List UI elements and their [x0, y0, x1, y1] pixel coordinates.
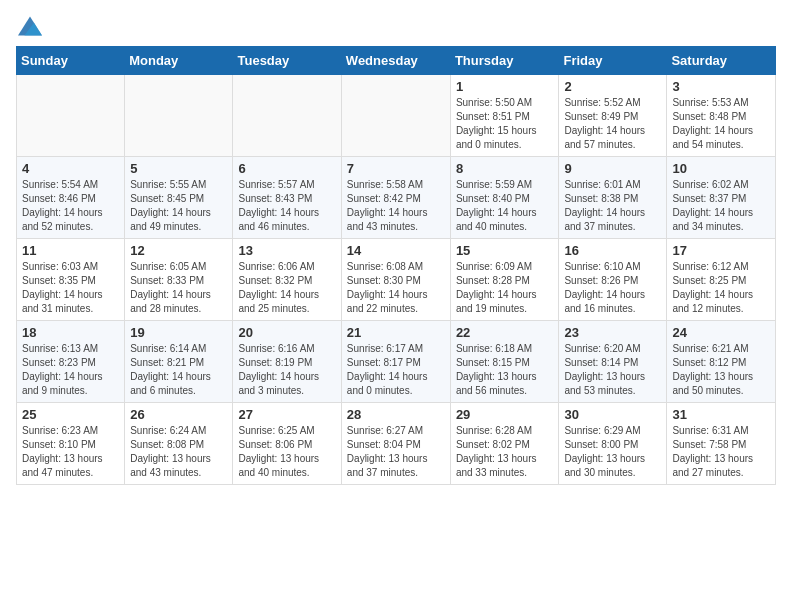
day-number: 25	[22, 407, 119, 422]
day-number: 2	[564, 79, 661, 94]
calendar-week-row: 25Sunrise: 6:23 AM Sunset: 8:10 PM Dayli…	[17, 403, 776, 485]
calendar-table: SundayMondayTuesdayWednesdayThursdayFrid…	[16, 46, 776, 485]
day-info: Sunrise: 5:52 AM Sunset: 8:49 PM Dayligh…	[564, 96, 661, 152]
day-number: 21	[347, 325, 445, 340]
calendar-cell: 7Sunrise: 5:58 AM Sunset: 8:42 PM Daylig…	[341, 157, 450, 239]
page-header	[16, 16, 776, 36]
day-info: Sunrise: 6:02 AM Sunset: 8:37 PM Dayligh…	[672, 178, 770, 234]
calendar-cell: 12Sunrise: 6:05 AM Sunset: 8:33 PM Dayli…	[125, 239, 233, 321]
day-info: Sunrise: 6:25 AM Sunset: 8:06 PM Dayligh…	[238, 424, 335, 480]
calendar-cell: 8Sunrise: 5:59 AM Sunset: 8:40 PM Daylig…	[450, 157, 559, 239]
calendar-cell: 27Sunrise: 6:25 AM Sunset: 8:06 PM Dayli…	[233, 403, 341, 485]
day-header-friday: Friday	[559, 47, 667, 75]
day-info: Sunrise: 6:14 AM Sunset: 8:21 PM Dayligh…	[130, 342, 227, 398]
day-number: 16	[564, 243, 661, 258]
day-info: Sunrise: 6:20 AM Sunset: 8:14 PM Dayligh…	[564, 342, 661, 398]
calendar-header-row: SundayMondayTuesdayWednesdayThursdayFrid…	[17, 47, 776, 75]
day-header-thursday: Thursday	[450, 47, 559, 75]
day-number: 23	[564, 325, 661, 340]
day-number: 6	[238, 161, 335, 176]
day-info: Sunrise: 6:27 AM Sunset: 8:04 PM Dayligh…	[347, 424, 445, 480]
day-info: Sunrise: 5:55 AM Sunset: 8:45 PM Dayligh…	[130, 178, 227, 234]
day-info: Sunrise: 6:17 AM Sunset: 8:17 PM Dayligh…	[347, 342, 445, 398]
calendar-cell: 26Sunrise: 6:24 AM Sunset: 8:08 PM Dayli…	[125, 403, 233, 485]
day-number: 28	[347, 407, 445, 422]
day-number: 3	[672, 79, 770, 94]
calendar-cell: 22Sunrise: 6:18 AM Sunset: 8:15 PM Dayli…	[450, 321, 559, 403]
logo	[16, 16, 42, 36]
day-number: 29	[456, 407, 554, 422]
day-number: 20	[238, 325, 335, 340]
day-info: Sunrise: 6:10 AM Sunset: 8:26 PM Dayligh…	[564, 260, 661, 316]
calendar-cell: 25Sunrise: 6:23 AM Sunset: 8:10 PM Dayli…	[17, 403, 125, 485]
calendar-cell	[125, 75, 233, 157]
day-header-saturday: Saturday	[667, 47, 776, 75]
day-header-tuesday: Tuesday	[233, 47, 341, 75]
day-number: 11	[22, 243, 119, 258]
day-info: Sunrise: 6:01 AM Sunset: 8:38 PM Dayligh…	[564, 178, 661, 234]
calendar-cell: 23Sunrise: 6:20 AM Sunset: 8:14 PM Dayli…	[559, 321, 667, 403]
day-number: 22	[456, 325, 554, 340]
calendar-cell: 28Sunrise: 6:27 AM Sunset: 8:04 PM Dayli…	[341, 403, 450, 485]
calendar-cell: 18Sunrise: 6:13 AM Sunset: 8:23 PM Dayli…	[17, 321, 125, 403]
logo-icon	[18, 16, 42, 36]
calendar-cell: 2Sunrise: 5:52 AM Sunset: 8:49 PM Daylig…	[559, 75, 667, 157]
day-number: 7	[347, 161, 445, 176]
calendar-cell: 14Sunrise: 6:08 AM Sunset: 8:30 PM Dayli…	[341, 239, 450, 321]
day-info: Sunrise: 5:54 AM Sunset: 8:46 PM Dayligh…	[22, 178, 119, 234]
day-info: Sunrise: 6:18 AM Sunset: 8:15 PM Dayligh…	[456, 342, 554, 398]
day-number: 4	[22, 161, 119, 176]
day-number: 13	[238, 243, 335, 258]
day-number: 9	[564, 161, 661, 176]
day-info: Sunrise: 5:58 AM Sunset: 8:42 PM Dayligh…	[347, 178, 445, 234]
day-info: Sunrise: 6:12 AM Sunset: 8:25 PM Dayligh…	[672, 260, 770, 316]
calendar-cell: 31Sunrise: 6:31 AM Sunset: 7:58 PM Dayli…	[667, 403, 776, 485]
day-info: Sunrise: 6:21 AM Sunset: 8:12 PM Dayligh…	[672, 342, 770, 398]
day-info: Sunrise: 6:13 AM Sunset: 8:23 PM Dayligh…	[22, 342, 119, 398]
day-info: Sunrise: 6:05 AM Sunset: 8:33 PM Dayligh…	[130, 260, 227, 316]
calendar-week-row: 11Sunrise: 6:03 AM Sunset: 8:35 PM Dayli…	[17, 239, 776, 321]
calendar-cell: 9Sunrise: 6:01 AM Sunset: 8:38 PM Daylig…	[559, 157, 667, 239]
calendar-cell: 17Sunrise: 6:12 AM Sunset: 8:25 PM Dayli…	[667, 239, 776, 321]
day-info: Sunrise: 5:53 AM Sunset: 8:48 PM Dayligh…	[672, 96, 770, 152]
day-header-sunday: Sunday	[17, 47, 125, 75]
day-info: Sunrise: 6:06 AM Sunset: 8:32 PM Dayligh…	[238, 260, 335, 316]
day-number: 18	[22, 325, 119, 340]
day-number: 15	[456, 243, 554, 258]
day-number: 19	[130, 325, 227, 340]
calendar-week-row: 18Sunrise: 6:13 AM Sunset: 8:23 PM Dayli…	[17, 321, 776, 403]
calendar-cell: 5Sunrise: 5:55 AM Sunset: 8:45 PM Daylig…	[125, 157, 233, 239]
calendar-cell	[341, 75, 450, 157]
calendar-cell: 15Sunrise: 6:09 AM Sunset: 8:28 PM Dayli…	[450, 239, 559, 321]
calendar-cell: 4Sunrise: 5:54 AM Sunset: 8:46 PM Daylig…	[17, 157, 125, 239]
day-number: 24	[672, 325, 770, 340]
day-number: 17	[672, 243, 770, 258]
day-number: 26	[130, 407, 227, 422]
calendar-cell: 20Sunrise: 6:16 AM Sunset: 8:19 PM Dayli…	[233, 321, 341, 403]
day-info: Sunrise: 6:03 AM Sunset: 8:35 PM Dayligh…	[22, 260, 119, 316]
calendar-cell: 21Sunrise: 6:17 AM Sunset: 8:17 PM Dayli…	[341, 321, 450, 403]
day-number: 27	[238, 407, 335, 422]
day-info: Sunrise: 5:57 AM Sunset: 8:43 PM Dayligh…	[238, 178, 335, 234]
day-number: 31	[672, 407, 770, 422]
calendar-cell: 3Sunrise: 5:53 AM Sunset: 8:48 PM Daylig…	[667, 75, 776, 157]
day-info: Sunrise: 5:59 AM Sunset: 8:40 PM Dayligh…	[456, 178, 554, 234]
day-info: Sunrise: 6:24 AM Sunset: 8:08 PM Dayligh…	[130, 424, 227, 480]
day-info: Sunrise: 6:08 AM Sunset: 8:30 PM Dayligh…	[347, 260, 445, 316]
day-info: Sunrise: 6:29 AM Sunset: 8:00 PM Dayligh…	[564, 424, 661, 480]
calendar-cell: 19Sunrise: 6:14 AM Sunset: 8:21 PM Dayli…	[125, 321, 233, 403]
day-info: Sunrise: 6:16 AM Sunset: 8:19 PM Dayligh…	[238, 342, 335, 398]
calendar-week-row: 1Sunrise: 5:50 AM Sunset: 8:51 PM Daylig…	[17, 75, 776, 157]
calendar-cell: 24Sunrise: 6:21 AM Sunset: 8:12 PM Dayli…	[667, 321, 776, 403]
day-number: 12	[130, 243, 227, 258]
day-number: 1	[456, 79, 554, 94]
calendar-cell: 10Sunrise: 6:02 AM Sunset: 8:37 PM Dayli…	[667, 157, 776, 239]
day-info: Sunrise: 6:09 AM Sunset: 8:28 PM Dayligh…	[456, 260, 554, 316]
day-number: 8	[456, 161, 554, 176]
day-number: 14	[347, 243, 445, 258]
calendar-cell: 11Sunrise: 6:03 AM Sunset: 8:35 PM Dayli…	[17, 239, 125, 321]
calendar-week-row: 4Sunrise: 5:54 AM Sunset: 8:46 PM Daylig…	[17, 157, 776, 239]
calendar-cell: 13Sunrise: 6:06 AM Sunset: 8:32 PM Dayli…	[233, 239, 341, 321]
calendar-cell: 6Sunrise: 5:57 AM Sunset: 8:43 PM Daylig…	[233, 157, 341, 239]
calendar-cell: 29Sunrise: 6:28 AM Sunset: 8:02 PM Dayli…	[450, 403, 559, 485]
